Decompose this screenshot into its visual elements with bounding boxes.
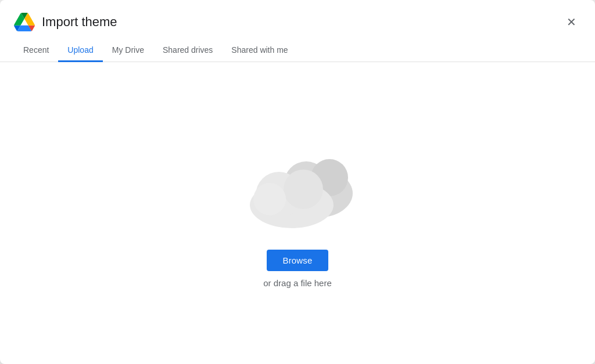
upload-content: Browse or drag a file here	[0, 62, 595, 364]
svg-point-6	[253, 183, 286, 215]
dialog-title-area: Import theme	[14, 13, 117, 31]
tab-shared-with-me[interactable]: Shared with me	[222, 39, 297, 62]
import-theme-dialog: Import theme ✕ Recent Upload My Drive Sh…	[0, 0, 595, 364]
google-drive-icon	[14, 13, 35, 31]
tab-recent[interactable]: Recent	[14, 39, 58, 62]
tab-my-drive[interactable]: My Drive	[103, 39, 153, 62]
close-button[interactable]: ✕	[562, 12, 581, 33]
browse-button[interactable]: Browse	[267, 250, 329, 271]
tabs-container: Recent Upload My Drive Shared drives Sha…	[0, 39, 595, 62]
cloud-illustration	[228, 138, 367, 231]
tab-shared-drives[interactable]: Shared drives	[153, 39, 222, 62]
dialog-header: Import theme ✕	[0, 0, 595, 33]
drag-text: or drag a file here	[263, 278, 332, 288]
dialog-title: Import theme	[42, 15, 117, 30]
svg-point-5	[284, 170, 323, 209]
tab-upload[interactable]: Upload	[58, 39, 102, 62]
